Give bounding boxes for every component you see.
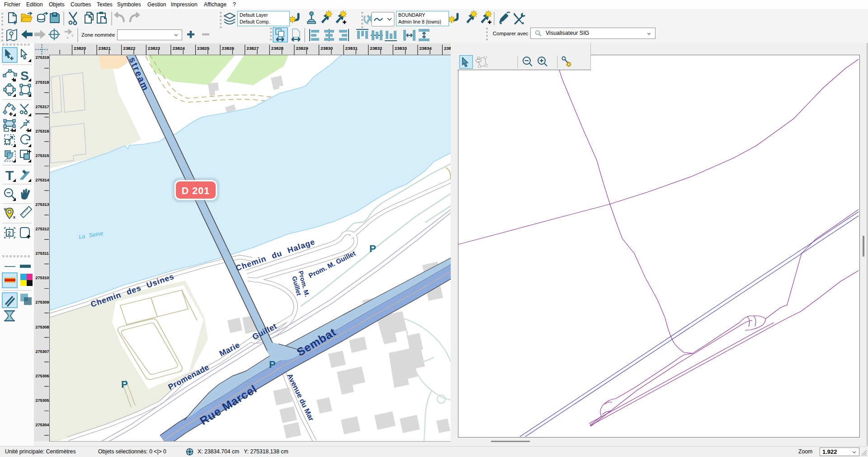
svg-text:Y: Y xyxy=(4,207,6,212)
svg-text:23832: 23832 xyxy=(370,46,382,51)
svg-text:23833: 23833 xyxy=(395,46,407,51)
svg-text:275309: 275309 xyxy=(36,300,49,305)
svg-text:23831: 23831 xyxy=(345,46,358,51)
svg-text:275319: 275319 xyxy=(36,55,49,60)
svg-text:275317: 275317 xyxy=(36,105,49,109)
svg-text:275304: 275304 xyxy=(36,423,49,427)
svg-text:23821: 23821 xyxy=(99,46,111,51)
svg-text:2383: 2383 xyxy=(444,46,451,51)
svg-text:23820: 23820 xyxy=(74,46,86,51)
svg-text:P: P xyxy=(369,243,376,254)
svg-text:P: P xyxy=(121,379,128,390)
svg-text:275305: 275305 xyxy=(36,398,49,403)
svg-text:23830: 23830 xyxy=(321,46,333,51)
svg-text:T: T xyxy=(5,168,14,183)
svg-text:23829: 23829 xyxy=(296,46,308,51)
svg-text:23826: 23826 xyxy=(222,46,235,51)
svg-text:x: x xyxy=(66,35,69,40)
svg-text:Zone nommée: Zone nommée xyxy=(81,32,115,38)
svg-text:275313: 275313 xyxy=(36,202,49,207)
svg-text:23823: 23823 xyxy=(148,46,160,51)
svg-text:S: S xyxy=(20,69,29,83)
svg-text:275311: 275311 xyxy=(36,251,49,256)
svg-text:23828: 23828 xyxy=(271,46,284,51)
svg-text:23834: 23834 xyxy=(419,46,432,51)
svg-text:23825: 23825 xyxy=(197,46,210,51)
svg-text:P: P xyxy=(269,359,276,370)
svg-text:23827: 23827 xyxy=(246,46,259,51)
svg-text:275306: 275306 xyxy=(36,374,49,378)
svg-text:275310: 275310 xyxy=(36,276,49,280)
svg-text:x: x xyxy=(13,215,15,219)
svg-text:275315: 275315 xyxy=(36,153,49,158)
svg-text:275308: 275308 xyxy=(36,325,49,329)
svg-text:275318: 275318 xyxy=(36,80,49,85)
svg-text:275314: 275314 xyxy=(36,178,49,182)
svg-text:23824: 23824 xyxy=(172,46,185,51)
svg-text:D 201: D 201 xyxy=(182,186,210,196)
svg-text:275316: 275316 xyxy=(36,129,49,133)
svg-text:275312: 275312 xyxy=(36,227,49,231)
svg-text:275307: 275307 xyxy=(36,349,49,354)
svg-text:2: 2 xyxy=(8,230,11,237)
svg-text:Y: Y xyxy=(71,33,74,38)
svg-text:23822: 23822 xyxy=(123,46,136,51)
